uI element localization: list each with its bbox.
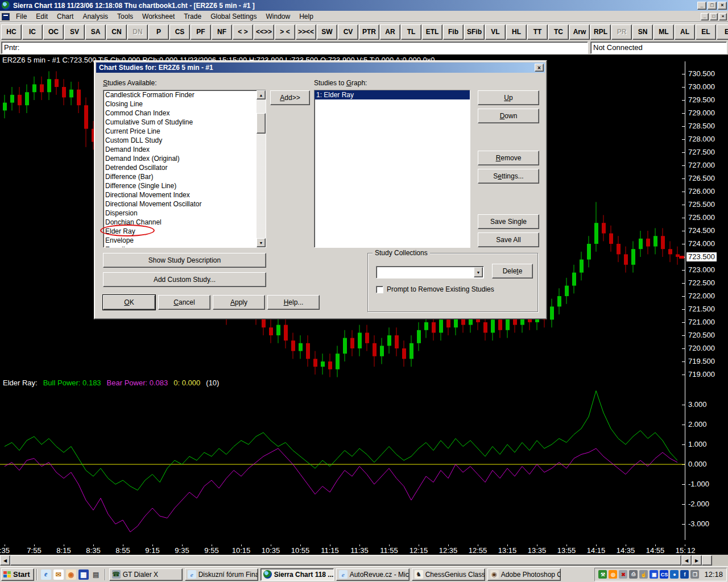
toolbar-button-al[interactable]: AL bbox=[675, 24, 695, 40]
toolbar-button-p[interactable]: P bbox=[148, 24, 169, 40]
menu-file[interactable]: File bbox=[11, 11, 31, 22]
settings-button[interactable]: Settings... bbox=[478, 169, 539, 184]
prompt-remove-checkbox[interactable] bbox=[376, 286, 383, 293]
toolbar-button-etl[interactable]: ETL bbox=[422, 24, 442, 40]
mdi-minimize-button[interactable]: _ bbox=[701, 13, 709, 20]
minimize-button[interactable]: _ bbox=[697, 2, 706, 10]
scroll-left-button-2[interactable]: ◀ bbox=[681, 555, 692, 566]
add-button[interactable]: Add>> bbox=[270, 90, 310, 105]
add-custom-study-button[interactable]: Add Custom Study... bbox=[103, 272, 266, 287]
scrollbar-thumb[interactable] bbox=[10, 555, 681, 566]
dialog-titlebar[interactable]: Chart Studies for: ER2Z6 5 min - #1 × bbox=[96, 63, 545, 73]
save-all-button[interactable]: Save All bbox=[478, 232, 539, 247]
tray-net-error-icon[interactable]: ✖ bbox=[619, 570, 627, 579]
toolbar-button-sym-12[interactable]: <<>> bbox=[254, 24, 274, 40]
taskbar-task-gt-dialer-x[interactable]: ☎GT Dialer X bbox=[109, 568, 183, 581]
scroll-up-icon[interactable]: ▲ bbox=[257, 90, 266, 99]
menu-analysis[interactable]: Analysis bbox=[78, 11, 113, 22]
ie-icon[interactable]: e bbox=[41, 569, 51, 580]
menu-chart[interactable]: Chart bbox=[52, 11, 78, 22]
study-list-item[interactable]: Ergodic bbox=[104, 245, 256, 248]
tray-tool-icon[interactable]: ⚒ bbox=[598, 570, 607, 579]
toolbar-button-dn[interactable]: DN bbox=[127, 24, 148, 40]
viewer-icon[interactable]: ▤ bbox=[91, 569, 101, 580]
menu-tools[interactable]: Tools bbox=[113, 11, 138, 22]
toolbar-button-sa[interactable]: SA bbox=[85, 24, 106, 40]
menu-global-settings[interactable]: Global Settings bbox=[206, 11, 261, 22]
toolbar-button-fib[interactable]: Fib bbox=[443, 24, 464, 40]
tray-keyboard-cs-icon[interactable]: CS bbox=[660, 570, 668, 579]
study-list-item[interactable]: Demand Index (Original) bbox=[104, 154, 256, 163]
toolbar-button-sn[interactable]: SN bbox=[632, 24, 653, 40]
start-button[interactable]: Start bbox=[1, 568, 34, 581]
available-scroll-thumb[interactable] bbox=[257, 113, 266, 134]
save-single-button[interactable]: Save Single bbox=[478, 214, 539, 229]
study-list-item[interactable]: Custom DLL Study bbox=[104, 136, 256, 145]
taskbar-task-autorevue-cz-mic[interactable]: eAutoRevue.cz - Mic... bbox=[336, 568, 410, 581]
menu-help[interactable]: Help bbox=[295, 11, 318, 22]
menu-trade[interactable]: Trade bbox=[179, 11, 206, 22]
taskbar-task-chessgenius-classic[interactable]: ♞ChessGenius Classic... bbox=[412, 568, 485, 581]
study-list-item[interactable]: Directional Movement Oscillator bbox=[104, 199, 256, 209]
toolbar-button-ar[interactable]: AR bbox=[380, 24, 400, 40]
save-icon[interactable]: ▦ bbox=[78, 569, 89, 580]
study-list-item[interactable]: Demand Index bbox=[104, 145, 256, 154]
toolbar-button-pf[interactable]: PF bbox=[191, 24, 211, 40]
toolbar-button-sym-13[interactable]: > < bbox=[275, 24, 295, 40]
up-button[interactable]: Up bbox=[478, 90, 539, 105]
study-list-item[interactable]: Envelope bbox=[104, 236, 256, 245]
tray-app-round-icon[interactable]: ● bbox=[670, 570, 679, 579]
chart-window-icon[interactable] bbox=[2, 13, 10, 20]
study-list-item-elder-ray[interactable]: Elder Ray bbox=[104, 227, 256, 236]
taskbar-task-diskuzn-f-rum-fina[interactable]: eDiskuzní fórum Fina... bbox=[185, 568, 258, 581]
available-list-scrollbar[interactable]: ▲ ▼ bbox=[257, 90, 266, 247]
study-list-item[interactable]: Directional Movement Index bbox=[104, 190, 256, 199]
toolbar-button-tl[interactable]: TL bbox=[401, 24, 421, 40]
study-list-item[interactable]: Donchian Channel bbox=[104, 218, 256, 227]
study-list-item[interactable]: Difference (Single Line) bbox=[104, 181, 256, 190]
media-player-icon[interactable]: ◉ bbox=[66, 569, 76, 580]
mdi-restore-button[interactable]: □ bbox=[710, 13, 718, 20]
toolbar-button-ptr[interactable]: PTR bbox=[359, 24, 379, 40]
help-button[interactable]: Help... bbox=[267, 295, 320, 310]
study-list-item[interactable]: Difference (Bar) bbox=[104, 172, 256, 181]
scroll-down-icon[interactable]: ▼ bbox=[257, 238, 266, 247]
remove-button[interactable]: Remove bbox=[478, 151, 539, 165]
taskbar-task-adobe-photoshop-ce[interactable]: ◉Adobe Photoshop CE bbox=[487, 568, 561, 581]
studies-available-list[interactable]: Candlestick Formation FinderClosing Line… bbox=[103, 90, 266, 248]
toolbar-button-hl[interactable]: HL bbox=[506, 24, 527, 40]
down-button[interactable]: Down bbox=[478, 109, 539, 123]
chevron-down-icon[interactable]: ▼ bbox=[474, 267, 483, 277]
toolbar-button-pr[interactable]: PR bbox=[611, 24, 632, 40]
study-list-item[interactable]: Current Price Line bbox=[104, 127, 256, 136]
toolbar-button-sfib[interactable]: SFib bbox=[464, 24, 485, 40]
tray-pointer-icon[interactable]: ☝ bbox=[639, 570, 648, 579]
apply-button[interactable]: Apply bbox=[213, 295, 265, 310]
tray-app-f-icon[interactable]: f bbox=[680, 570, 689, 579]
toolbar-button-tt[interactable]: TT bbox=[527, 24, 548, 40]
tray-pc-icon[interactable]: ❐ bbox=[690, 570, 699, 579]
restore-button[interactable]: □ bbox=[708, 2, 717, 10]
toolbar-button-cv[interactable]: CV bbox=[338, 24, 358, 40]
tray-printer-icon[interactable]: ⎙ bbox=[629, 570, 638, 579]
toolbar-button-sym-14[interactable]: >><< bbox=[296, 24, 316, 40]
scroll-left-button[interactable]: ◀ bbox=[0, 555, 10, 566]
menu-worksheet[interactable]: Worksheet bbox=[138, 11, 179, 22]
toolbar-button-ic[interactable]: IC bbox=[22, 24, 43, 40]
tray-signal-icon[interactable]: ◎ bbox=[609, 570, 617, 579]
toolbar-button-sym-11[interactable]: < > bbox=[233, 24, 253, 40]
horizontal-scrollbar[interactable]: ◀ ◀ ▶ bbox=[0, 555, 728, 566]
mail-icon[interactable]: ✉ bbox=[53, 569, 64, 580]
dialog-close-icon[interactable]: × bbox=[535, 64, 544, 72]
menu-edit[interactable]: Edit bbox=[31, 11, 52, 22]
tray-display-icon[interactable]: ▣ bbox=[650, 570, 658, 579]
mdi-close-button[interactable]: × bbox=[719, 13, 727, 20]
delete-button[interactable]: Delete bbox=[492, 264, 533, 278]
toolbar-button-e[interactable]: E bbox=[717, 24, 728, 40]
toolbar-button-tc[interactable]: TC bbox=[548, 24, 569, 40]
close-button[interactable]: × bbox=[718, 2, 727, 10]
ok-button[interactable]: OK bbox=[103, 295, 155, 310]
toolbar-button-arw[interactable]: Arw bbox=[569, 24, 590, 40]
toolbar-button-hc[interactable]: HC bbox=[1, 24, 22, 40]
toolbar-button-rpl[interactable]: RPL bbox=[590, 24, 611, 40]
